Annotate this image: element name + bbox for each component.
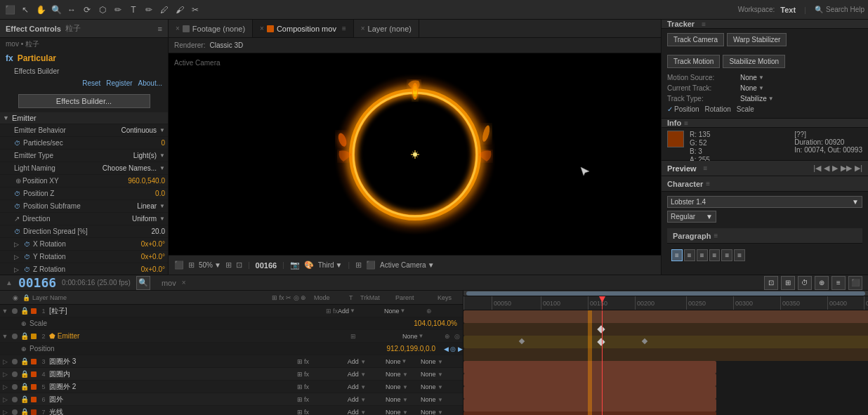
about-btn[interactable]: About... xyxy=(138,79,162,87)
layer-5-lock[interactable]: 🔒 xyxy=(20,383,29,390)
position-check[interactable]: ✓ Position xyxy=(667,105,699,113)
toolbar-icon-13[interactable]: ✂ xyxy=(189,4,202,16)
search-text[interactable]: Search Help xyxy=(826,6,864,13)
layer-6-mode[interactable]: Add ▼ xyxy=(339,396,374,403)
toolbar-icon-7[interactable]: ⬡ xyxy=(96,4,109,16)
layer-4-mode[interactable]: Add ▼ xyxy=(339,371,374,378)
layer-6-star[interactable]: ⊞ xyxy=(297,396,303,403)
layer-7-lock[interactable]: 🔒 xyxy=(20,408,29,415)
timeline-timecode[interactable]: 00166 xyxy=(18,275,56,290)
layer-7-trkmat[interactable]: None ▼ xyxy=(386,409,421,416)
toolbar-icon-8[interactable]: ✏ xyxy=(112,4,124,16)
align-center-btn[interactable]: ≡ xyxy=(684,249,695,261)
layer-5-star[interactable]: ⊞ xyxy=(297,383,303,390)
safe-zones-btn[interactable]: ⊡ xyxy=(236,261,242,270)
timeline-search[interactable]: 🔍 xyxy=(136,276,150,290)
toolbar-icon-1[interactable]: ⬛ xyxy=(4,4,16,16)
emitter-group-header[interactable]: ▼ Emitter xyxy=(0,112,168,124)
layer-1-expand[interactable]: ▼ xyxy=(0,308,10,315)
layer-7-expand[interactable]: ▷ xyxy=(0,409,10,416)
layer-6-lock[interactable]: 🔒 xyxy=(20,395,29,403)
layer-close[interactable]: × xyxy=(361,25,365,32)
layer-1-mode[interactable]: Add ▼ xyxy=(338,308,373,315)
layer-3-expand[interactable]: ▷ xyxy=(0,358,10,365)
layer-1-check1[interactable]: ⊕ xyxy=(426,308,435,315)
zoom-control[interactable]: 50% ▼ xyxy=(199,261,221,269)
layer-3-vis[interactable] xyxy=(10,359,20,364)
layer-2-star[interactable]: ⊞ xyxy=(350,333,356,340)
comp-menu-icon[interactable]: ≡ xyxy=(342,25,346,32)
layer-2-vis[interactable] xyxy=(10,334,20,339)
grid-btn[interactable]: ⊞ xyxy=(188,261,195,270)
layer-6-fx[interactable]: fx xyxy=(304,396,309,403)
scale-check[interactable]: Scale xyxy=(737,105,754,113)
layer-7-fx[interactable]: fx xyxy=(304,409,309,416)
layer-4-lock[interactable]: 🔒 xyxy=(20,370,29,378)
toolbar-icon-12[interactable]: 🖌 xyxy=(173,4,186,16)
layer-3-fx[interactable]: fx xyxy=(304,358,309,365)
tl-tool-6[interactable]: ⬛ xyxy=(848,276,862,290)
align-force-left-btn[interactable]: ≡ xyxy=(721,249,732,261)
tracker-menu-icon[interactable]: ≡ xyxy=(702,20,706,28)
tl-tool-2[interactable]: ⊞ xyxy=(781,276,795,290)
preview-fwd-btn[interactable]: ▶▶ xyxy=(841,164,852,173)
color-btn[interactable]: 🎨 xyxy=(304,261,314,270)
layer-4-vis[interactable] xyxy=(10,371,20,377)
layer-4-trkmat[interactable]: None ▼ xyxy=(386,371,421,378)
layer-2-expand[interactable]: ▼ xyxy=(0,333,10,340)
layer-7-vis[interactable] xyxy=(10,409,20,415)
footage-close[interactable]: × xyxy=(176,25,180,32)
tl-tool-4[interactable]: ⊕ xyxy=(815,276,829,290)
toolbar-icon-4[interactable]: 🔍 xyxy=(50,4,63,16)
snapshot-btn[interactable]: 📷 xyxy=(290,261,300,270)
region-btn[interactable]: ⬛ xyxy=(366,261,376,270)
tab-composition[interactable]: × Composition mov ≡ xyxy=(253,20,354,37)
layer-5-trkmat[interactable]: None ▼ xyxy=(386,383,421,390)
tl-tool-3[interactable]: ⏱ xyxy=(798,276,812,290)
scale-value[interactable]: 104.0,104.0% xyxy=(414,320,457,327)
layer-3-mode[interactable]: Add ▼ xyxy=(339,358,374,365)
pos-value[interactable]: 912.0,199.0,0.0 xyxy=(386,345,435,353)
font-selector[interactable]: Lobster 1.4 ▼ xyxy=(667,196,862,208)
align-left-btn[interactable]: ≡ xyxy=(671,249,683,261)
layer-2-check2[interactable]: ◎ xyxy=(454,333,463,340)
current-track-dropdown[interactable]: None ▼ xyxy=(740,84,764,92)
expand-x-icon[interactable]: ▷ xyxy=(14,241,22,248)
layer-4-parent[interactable]: None ▼ xyxy=(421,371,463,378)
tab-layer[interactable]: × Layer (none) xyxy=(354,20,419,37)
align-right-btn[interactable]: ≡ xyxy=(697,249,708,261)
toolbar-icon-5[interactable]: ↔ xyxy=(65,4,78,16)
expand-z-icon[interactable]: ▷ xyxy=(14,266,22,273)
preview-menu-icon[interactable]: ≡ xyxy=(704,164,708,172)
layer-3-parent[interactable]: None ▼ xyxy=(421,358,463,365)
playhead[interactable] xyxy=(602,296,603,310)
layer-6-trkmat[interactable]: None ▼ xyxy=(386,396,421,403)
layer-6-parent[interactable]: None ▼ xyxy=(421,396,463,403)
work-area-range[interactable] xyxy=(466,291,865,296)
preview-play-btn[interactable]: ▶ xyxy=(832,164,838,173)
layer-4-fx[interactable]: fx xyxy=(304,371,309,378)
resolution-btn[interactable]: ⊞ xyxy=(355,261,362,270)
effects-builder-btn[interactable]: Effects Builder... xyxy=(18,94,150,108)
layer-4-expand[interactable]: ▷ xyxy=(0,371,10,378)
layer-5-vis[interactable] xyxy=(10,384,20,390)
layer-7-mode[interactable]: Add ▼ xyxy=(339,409,374,416)
tab-footage[interactable]: × Footage (none) xyxy=(169,20,253,37)
info-menu-icon[interactable]: ≡ xyxy=(684,119,688,127)
motion-source-dropdown[interactable]: None ▼ xyxy=(740,74,764,81)
style-selector[interactable]: Regular ▼ xyxy=(667,211,716,223)
preview-next-btn[interactable]: ▶| xyxy=(855,164,862,173)
timeline-tab-close[interactable]: × xyxy=(182,279,186,286)
expand-y-icon[interactable]: ▷ xyxy=(14,253,22,261)
track-camera-btn[interactable]: Track Camera xyxy=(667,33,724,46)
keyframe-nav[interactable]: ◀ ◎ ▶ xyxy=(444,345,463,353)
toolbar-icon-6[interactable]: ⟳ xyxy=(81,4,93,16)
char-menu-icon[interactable]: ≡ xyxy=(706,180,710,187)
register-btn[interactable]: Register xyxy=(106,79,132,87)
layer-1-lock[interactable]: 🔒 xyxy=(20,307,29,315)
align-justify-btn[interactable]: ≡ xyxy=(709,249,721,261)
panel-close[interactable]: ≡ xyxy=(158,25,162,33)
layer-1-vis[interactable] xyxy=(10,308,20,314)
layer-3-lock[interactable]: 🔒 xyxy=(20,357,29,365)
always-preview-btn[interactable]: ⬛ xyxy=(174,261,184,270)
